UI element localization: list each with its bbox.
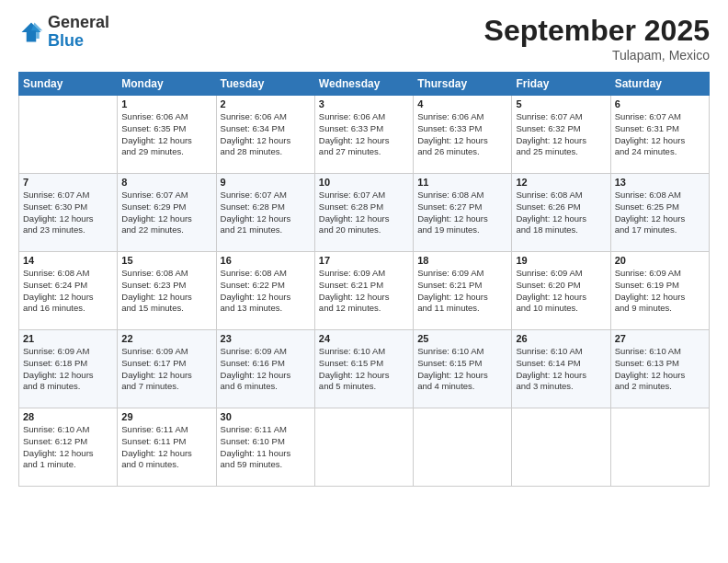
- day-cell: 29Sunrise: 6:11 AM Sunset: 6:11 PM Dayli…: [118, 408, 216, 487]
- day-cell: 22Sunrise: 6:09 AM Sunset: 6:17 PM Dayli…: [118, 330, 216, 408]
- day-number: 10: [319, 177, 409, 188]
- location: Tulapam, Mexico: [484, 48, 710, 63]
- day-cell: 13Sunrise: 6:08 AM Sunset: 6:25 PM Dayli…: [610, 174, 709, 252]
- col-header-monday: Monday: [118, 73, 216, 96]
- day-info: Sunrise: 6:06 AM Sunset: 6:33 PM Dayligh…: [417, 111, 507, 158]
- day-cell: 5Sunrise: 6:07 AM Sunset: 6:32 PM Daylig…: [512, 96, 610, 174]
- day-info: Sunrise: 6:11 AM Sunset: 6:10 PM Dayligh…: [221, 424, 311, 471]
- day-info: Sunrise: 6:09 AM Sunset: 6:16 PM Dayligh…: [221, 346, 311, 393]
- col-header-saturday: Saturday: [610, 73, 709, 96]
- day-number: 27: [615, 333, 705, 344]
- day-info: Sunrise: 6:08 AM Sunset: 6:24 PM Dayligh…: [23, 268, 113, 315]
- day-info: Sunrise: 6:10 AM Sunset: 6:13 PM Dayligh…: [615, 346, 705, 393]
- day-info: Sunrise: 6:10 AM Sunset: 6:15 PM Dayligh…: [319, 346, 409, 393]
- day-cell: 11Sunrise: 6:08 AM Sunset: 6:27 PM Dayli…: [414, 174, 512, 252]
- day-cell: 8Sunrise: 6:07 AM Sunset: 6:29 PM Daylig…: [118, 174, 216, 252]
- day-info: Sunrise: 6:08 AM Sunset: 6:22 PM Dayligh…: [221, 268, 311, 315]
- day-info: Sunrise: 6:09 AM Sunset: 6:19 PM Dayligh…: [615, 268, 705, 315]
- day-info: Sunrise: 6:09 AM Sunset: 6:17 PM Dayligh…: [121, 346, 211, 393]
- day-number: 20: [615, 255, 705, 266]
- day-cell: 18Sunrise: 6:09 AM Sunset: 6:21 PM Dayli…: [414, 252, 512, 330]
- day-cell: 2Sunrise: 6:06 AM Sunset: 6:34 PM Daylig…: [216, 96, 314, 174]
- day-number: 19: [516, 255, 606, 266]
- header: General Blue September 2025 Tulapam, Mex…: [18, 14, 710, 63]
- logo-icon: [18, 19, 44, 45]
- day-cell: [512, 408, 610, 487]
- day-info: Sunrise: 6:06 AM Sunset: 6:33 PM Dayligh…: [319, 111, 409, 158]
- day-cell: 27Sunrise: 6:10 AM Sunset: 6:13 PM Dayli…: [610, 330, 709, 408]
- day-number: 6: [615, 98, 705, 109]
- day-number: 5: [516, 98, 606, 109]
- week-row-1: 1Sunrise: 6:06 AM Sunset: 6:35 PM Daylig…: [19, 96, 710, 174]
- day-number: 7: [23, 177, 113, 188]
- day-number: 23: [221, 333, 311, 344]
- day-cell: 1Sunrise: 6:06 AM Sunset: 6:35 PM Daylig…: [118, 96, 216, 174]
- day-cell: 7Sunrise: 6:07 AM Sunset: 6:30 PM Daylig…: [19, 174, 118, 252]
- day-cell: 25Sunrise: 6:10 AM Sunset: 6:15 PM Dayli…: [414, 330, 512, 408]
- day-cell: 14Sunrise: 6:08 AM Sunset: 6:24 PM Dayli…: [19, 252, 118, 330]
- day-info: Sunrise: 6:06 AM Sunset: 6:34 PM Dayligh…: [221, 111, 311, 158]
- day-number: 9: [221, 177, 311, 188]
- day-info: Sunrise: 6:10 AM Sunset: 6:15 PM Dayligh…: [417, 346, 507, 393]
- day-number: 30: [221, 411, 311, 422]
- day-cell: [314, 408, 413, 487]
- day-cell: 30Sunrise: 6:11 AM Sunset: 6:10 PM Dayli…: [216, 408, 314, 487]
- day-number: 18: [417, 255, 507, 266]
- day-number: 12: [516, 177, 606, 188]
- title-block: September 2025 Tulapam, Mexico: [484, 14, 710, 63]
- week-row-4: 21Sunrise: 6:09 AM Sunset: 6:18 PM Dayli…: [19, 330, 710, 408]
- day-info: Sunrise: 6:07 AM Sunset: 6:28 PM Dayligh…: [221, 190, 311, 236]
- day-number: 29: [121, 411, 211, 422]
- day-cell: 16Sunrise: 6:08 AM Sunset: 6:22 PM Dayli…: [216, 252, 314, 330]
- day-cell: [19, 96, 118, 174]
- day-cell: 20Sunrise: 6:09 AM Sunset: 6:19 PM Dayli…: [610, 252, 709, 330]
- calendar-table: SundayMondayTuesdayWednesdayThursdayFrid…: [18, 72, 710, 487]
- logo-general: General: [48, 13, 109, 31]
- day-number: 4: [417, 98, 507, 109]
- day-info: Sunrise: 6:08 AM Sunset: 6:23 PM Dayligh…: [121, 268, 211, 315]
- day-cell: 23Sunrise: 6:09 AM Sunset: 6:16 PM Dayli…: [216, 330, 314, 408]
- day-info: Sunrise: 6:07 AM Sunset: 6:30 PM Dayligh…: [23, 190, 113, 236]
- day-cell: 9Sunrise: 6:07 AM Sunset: 6:28 PM Daylig…: [216, 174, 314, 252]
- month-title: September 2025: [484, 14, 710, 48]
- day-cell: 15Sunrise: 6:08 AM Sunset: 6:23 PM Dayli…: [118, 252, 216, 330]
- day-number: 8: [121, 177, 211, 188]
- day-info: Sunrise: 6:07 AM Sunset: 6:28 PM Dayligh…: [319, 190, 409, 236]
- day-info: Sunrise: 6:08 AM Sunset: 6:27 PM Dayligh…: [417, 190, 507, 236]
- day-cell: 12Sunrise: 6:08 AM Sunset: 6:26 PM Dayli…: [512, 174, 610, 252]
- col-header-tuesday: Tuesday: [216, 73, 314, 96]
- day-number: 2: [221, 98, 311, 109]
- col-header-friday: Friday: [512, 73, 610, 96]
- day-cell: [414, 408, 512, 487]
- day-number: 26: [516, 333, 606, 344]
- day-info: Sunrise: 6:11 AM Sunset: 6:11 PM Dayligh…: [121, 424, 211, 471]
- day-cell: 19Sunrise: 6:09 AM Sunset: 6:20 PM Dayli…: [512, 252, 610, 330]
- day-cell: 3Sunrise: 6:06 AM Sunset: 6:33 PM Daylig…: [314, 96, 413, 174]
- logo: General Blue: [18, 14, 109, 51]
- header-row: SundayMondayTuesdayWednesdayThursdayFrid…: [19, 73, 710, 96]
- day-info: Sunrise: 6:09 AM Sunset: 6:18 PM Dayligh…: [23, 346, 113, 393]
- day-info: Sunrise: 6:10 AM Sunset: 6:14 PM Dayligh…: [516, 346, 606, 393]
- day-number: 13: [615, 177, 705, 188]
- day-number: 24: [319, 333, 409, 344]
- day-cell: 24Sunrise: 6:10 AM Sunset: 6:15 PM Dayli…: [314, 330, 413, 408]
- day-number: 15: [121, 255, 211, 266]
- day-number: 22: [121, 333, 211, 344]
- day-cell: 28Sunrise: 6:10 AM Sunset: 6:12 PM Dayli…: [19, 408, 118, 487]
- logo-blue: Blue: [48, 31, 84, 50]
- page: General Blue September 2025 Tulapam, Mex…: [0, 0, 728, 563]
- week-row-3: 14Sunrise: 6:08 AM Sunset: 6:24 PM Dayli…: [19, 252, 710, 330]
- day-info: Sunrise: 6:07 AM Sunset: 6:31 PM Dayligh…: [615, 111, 705, 158]
- day-info: Sunrise: 6:07 AM Sunset: 6:29 PM Dayligh…: [121, 190, 211, 236]
- col-header-thursday: Thursday: [414, 73, 512, 96]
- day-cell: 26Sunrise: 6:10 AM Sunset: 6:14 PM Dayli…: [512, 330, 610, 408]
- col-header-wednesday: Wednesday: [314, 73, 413, 96]
- week-row-5: 28Sunrise: 6:10 AM Sunset: 6:12 PM Dayli…: [19, 408, 710, 487]
- day-info: Sunrise: 6:09 AM Sunset: 6:21 PM Dayligh…: [319, 268, 409, 315]
- day-info: Sunrise: 6:07 AM Sunset: 6:32 PM Dayligh…: [516, 111, 606, 158]
- day-number: 25: [417, 333, 507, 344]
- day-cell: 10Sunrise: 6:07 AM Sunset: 6:28 PM Dayli…: [314, 174, 413, 252]
- day-info: Sunrise: 6:10 AM Sunset: 6:12 PM Dayligh…: [23, 424, 113, 471]
- day-number: 17: [319, 255, 409, 266]
- day-cell: 17Sunrise: 6:09 AM Sunset: 6:21 PM Dayli…: [314, 252, 413, 330]
